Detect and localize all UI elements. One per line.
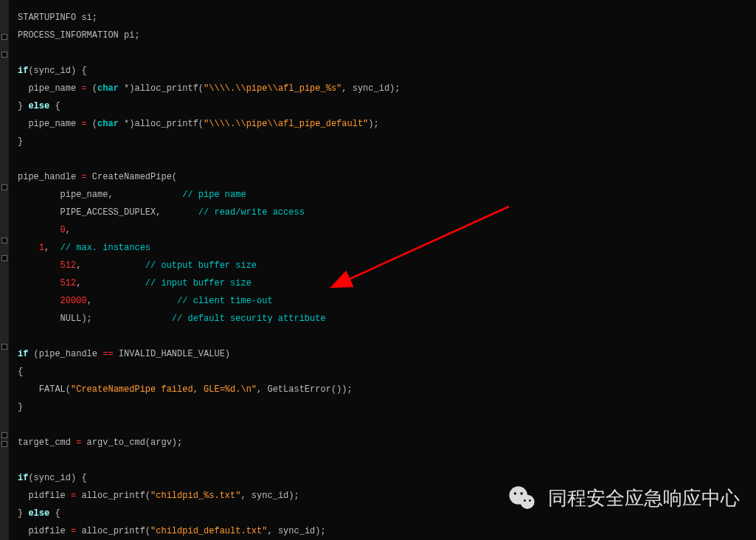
code-text: NULL); <box>18 314 172 324</box>
code-text: } <box>18 402 23 412</box>
number: 1 <box>39 243 44 253</box>
code-text: pidfile <box>18 491 71 501</box>
code-text: , <box>76 278 145 288</box>
code-text: INVALID_HANDLE_VALUE) <box>114 349 230 359</box>
code-text: , <box>76 260 145 271</box>
keyword: if <box>18 473 28 483</box>
fold-marker-icon[interactable] <box>1 432 7 438</box>
code-text: alloc_printf( <box>76 526 150 536</box>
code-text: target_cmd <box>18 437 76 448</box>
fold-marker-icon[interactable] <box>1 441 7 447</box>
code-text: pipe_name <box>18 83 81 94</box>
code-text: pipe_name <box>18 119 81 129</box>
code-text: (sync_id) { <box>28 66 86 76</box>
comment: // output buffer size <box>145 260 257 271</box>
string: "\\\\.\\pipe\\afl_pipe_%s" <box>204 83 341 94</box>
fold-marker-icon[interactable] <box>1 34 7 40</box>
fold-gutter <box>0 0 9 540</box>
code-text: , sync_id); <box>341 83 400 94</box>
number: 512 <box>60 260 77 271</box>
code-text: alloc_printf( <box>76 491 150 501</box>
type: char <box>97 119 119 129</box>
code-text: { <box>49 101 60 111</box>
code-text: { <box>18 367 23 377</box>
code-content[interactable]: STARTUPINFO si; PROCESS_INFORMATION pi; … <box>9 4 756 540</box>
code-text: , <box>44 243 60 253</box>
code-text: , GetLastError()); <box>257 384 353 395</box>
code-text <box>18 296 60 306</box>
comment: // input buffer size <box>145 278 252 288</box>
code-text <box>18 225 60 235</box>
code-text: ( <box>87 83 97 94</box>
code-text <box>18 278 60 288</box>
code-text: PIPE_ACCESS_DUPLEX, <box>18 207 198 218</box>
keyword: if <box>18 349 28 359</box>
string: "childpid_default.txt" <box>150 526 267 536</box>
comment: // max. instances <box>60 243 150 253</box>
code-text: *)alloc_printf( <box>119 119 204 129</box>
code-text: STARTUPINFO si; <box>18 13 97 23</box>
code-text: CreateNamedPipe( <box>87 172 177 182</box>
code-text <box>18 260 60 271</box>
code-text: pipe_name, <box>18 190 182 200</box>
code-text: ); <box>368 119 378 129</box>
comment: // client time-out <box>177 296 273 306</box>
code-text: } <box>18 101 28 111</box>
string: "CreateNamedPipe failed, GLE=%d.\n" <box>71 384 257 395</box>
operator: = <box>81 83 86 94</box>
code-text: (pipe_handle <box>28 349 103 359</box>
comment: // pipe name <box>182 190 246 200</box>
code-text: PROCESS_INFORMATION pi; <box>18 30 140 41</box>
fold-marker-icon[interactable] <box>1 238 7 243</box>
keyword: if <box>18 66 28 76</box>
code-text <box>18 243 39 253</box>
code-text: , <box>66 225 71 235</box>
code-editor[interactable]: STARTUPINFO si; PROCESS_INFORMATION pi; … <box>0 0 756 540</box>
code-text: pidfile <box>18 526 71 536</box>
number: 20000 <box>60 296 87 306</box>
type: char <box>97 83 119 94</box>
code-text: { <box>49 508 60 519</box>
code-text: FATAL( <box>18 384 71 395</box>
code-text: , sync_id); <box>267 526 325 536</box>
code-text: pipe_handle <box>18 172 81 182</box>
code-text: } <box>18 508 28 519</box>
number: 512 <box>60 278 77 288</box>
code-text: (sync_id) { <box>28 473 86 483</box>
code-text: *)alloc_printf( <box>119 83 204 94</box>
code-text: , sync_id); <box>240 491 299 501</box>
operator: == <box>103 349 113 359</box>
fold-marker-icon[interactable] <box>1 52 7 58</box>
string: "\\\\.\\pipe\\afl_pipe_default" <box>204 119 368 129</box>
code-text: } <box>18 136 23 147</box>
code-text: , <box>87 296 177 306</box>
comment: // default security attribute <box>172 314 326 324</box>
keyword: else <box>28 101 49 111</box>
comment: // read/write access <box>198 207 305 218</box>
fold-marker-icon[interactable] <box>1 255 7 261</box>
code-text: argv_to_cmd(argv); <box>81 437 182 448</box>
number: 0 <box>60 225 66 235</box>
fold-marker-icon[interactable] <box>1 184 7 190</box>
string: "childpid_%s.txt" <box>150 491 240 501</box>
operator: = <box>81 172 86 182</box>
code-text: ( <box>87 119 97 129</box>
operator: = <box>81 119 86 129</box>
keyword: else <box>28 508 49 519</box>
fold-marker-icon[interactable] <box>1 344 7 350</box>
